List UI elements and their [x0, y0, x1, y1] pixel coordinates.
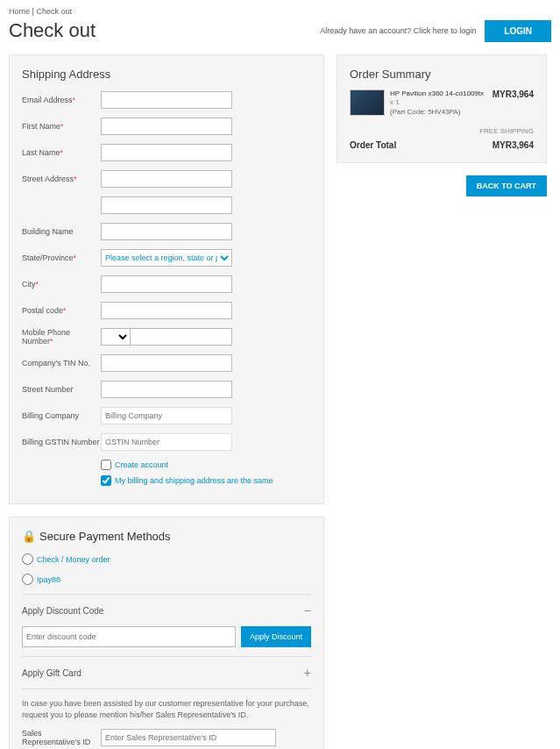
summary-title: Order Summary — [350, 68, 534, 81]
total-label: Order Total — [350, 140, 396, 150]
street-field-2[interactable] — [101, 196, 232, 214]
login-button[interactable]: LOGIN — [485, 20, 551, 42]
login-prompt[interactable]: Already have an account? Click here to l… — [320, 26, 476, 35]
sales-rep-field[interactable] — [101, 729, 276, 746]
gift-toggle[interactable]: Apply Gift Card+ — [22, 666, 311, 680]
postal-field[interactable] — [101, 302, 232, 319]
tin-field[interactable] — [101, 354, 232, 372]
product-part: (Part Code: 5HV43PA) — [390, 108, 460, 116]
free-shipping: FREE SHIPPING — [350, 127, 534, 135]
last-name-field[interactable] — [101, 144, 232, 161]
payment-panel: 🔒 Secure Payment Methods Check / Money o… — [9, 517, 324, 749]
shipping-title: Shipping Address — [22, 68, 311, 81]
summary-panel: Order Summary HP Pavilion x360 14-cd1009… — [337, 54, 547, 163]
ipay-radio[interactable] — [22, 574, 33, 585]
city-field[interactable] — [101, 275, 232, 293]
street-field-1[interactable] — [101, 170, 232, 188]
plus-icon: + — [304, 666, 311, 680]
payment-title: 🔒 Secure Payment Methods — [22, 530, 311, 543]
billing-company-field[interactable] — [101, 407, 232, 424]
assist-text: In case you have been assisted by our cu… — [22, 698, 311, 720]
product-image — [350, 89, 385, 116]
minus-icon: − — [304, 603, 311, 617]
breadcrumb: Home | Check out — [9, 7, 551, 16]
same-address-checkbox[interactable] — [101, 475, 111, 486]
breadcrumb-current: Check out — [36, 7, 72, 16]
state-select[interactable]: Please select a region, state or provinc… — [101, 249, 232, 267]
email-field[interactable] — [101, 91, 232, 109]
street-number-field[interactable] — [101, 381, 232, 398]
lock-icon: 🔒 — [22, 530, 36, 543]
discount-input[interactable] — [22, 626, 236, 647]
back-to-cart-button[interactable]: BACK TO CART — [466, 175, 547, 196]
phone-field[interactable] — [131, 328, 232, 346]
total-value: MYR3,964 — [493, 140, 534, 150]
billing-gstin-field[interactable] — [101, 433, 232, 451]
check-radio[interactable] — [22, 553, 33, 565]
breadcrumb-home[interactable]: Home — [9, 7, 30, 16]
create-account-checkbox[interactable] — [101, 460, 111, 470]
building-field[interactable] — [101, 223, 232, 240]
product-qty: x 1 — [390, 98, 400, 106]
phone-code-select[interactable] — [101, 328, 131, 346]
apply-discount-button[interactable]: Apply Discount — [241, 626, 311, 647]
first-name-field[interactable] — [101, 118, 232, 135]
page-title: Check out — [9, 19, 96, 42]
product-price: MYR3,964 — [493, 89, 534, 117]
discount-toggle[interactable]: Apply Discount Code− — [22, 603, 311, 617]
product-name: HP Pavilion x360 14-cd1009tx — [390, 89, 484, 97]
shipping-panel: Shipping Address Email Address* First Na… — [9, 54, 324, 504]
